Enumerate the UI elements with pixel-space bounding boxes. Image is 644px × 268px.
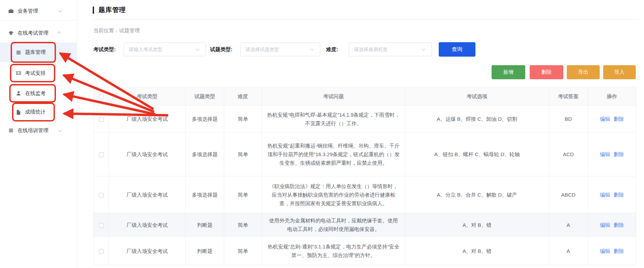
select-all-checkbox[interactable] [99, 94, 104, 99]
list-icon [8, 128, 14, 133]
delete-link[interactable]: 删除 [614, 222, 624, 228]
sidebar-item-online-exam-mgmt[interactable]: 在线考试管理 [0, 25, 77, 40]
row-checkbox[interactable] [99, 249, 104, 254]
cell-options: A、对 B、错 [405, 213, 549, 237]
cell-question: 热机安规“电焊和气焊-基本规定”14.1.9条规定，下雨雪时，不宜露天进行（）工… [262, 106, 405, 132]
cell-answer: BD [549, 106, 588, 132]
col-exam-type: 考试类型 [109, 87, 186, 106]
graduation-cap-icon [8, 30, 14, 36]
filter-label-difficulty: 难度: [326, 42, 338, 57]
filter-label-exam-type: 考试类型: [93, 42, 116, 57]
sidebar-item-label: 在线监考 [25, 90, 46, 97]
edit-link[interactable]: 编辑 [600, 192, 610, 198]
cell-difficulty: 简单 [224, 213, 262, 237]
page-title: 题库管理 [99, 5, 126, 14]
document-icon [16, 109, 21, 115]
page-title-block: 题库管理 [93, 5, 126, 14]
table-row: 厂级入场安全考试 多项选择题 简单 热机安规“起重和搬运-钢丝绳、纤维绳、吊钩、… [94, 132, 636, 176]
cell-options: A、运煤 B、焊接 C、卸油 D、切割 [405, 106, 549, 132]
export-button[interactable]: 导出 [567, 65, 600, 79]
sidebar-item-score-stats[interactable]: 成绩统计 [0, 103, 77, 121]
breadcrumb: 当前位置：试题管理 [93, 27, 140, 34]
table-row: 厂级入场安全考试 多项选择题 简单 《职业病防治法》规定：用人单位在发生（）等情… [94, 176, 636, 213]
cell-exam-type: 厂级入场安全考试 [109, 176, 186, 213]
list-icon [16, 50, 21, 55]
row-checkbox[interactable] [99, 223, 104, 228]
row-checkbox[interactable] [99, 152, 104, 157]
question-type-select[interactable] [240, 43, 320, 56]
filter-label-question-type: 试题类型: [210, 42, 232, 57]
delete-link[interactable]: 删除 [614, 151, 624, 157]
briefcase-icon [8, 8, 14, 14]
cell-question: 《职业病防治法》规定：用人单位在发生（）等情形时，应当对从事接触职业病危害的作业… [262, 176, 405, 213]
col-answer: 考试答案 [549, 87, 588, 106]
col-difficulty: 难度 [224, 87, 262, 106]
delete-link[interactable]: 删除 [614, 192, 624, 198]
table-header-row: 考试类型 试题类型 难度 考试问题 考试选项 考试答案 操作 [94, 87, 636, 106]
cell-question-type: 多项选择题 [186, 132, 224, 176]
edit-link[interactable]: 编辑 [600, 116, 610, 122]
delete-link[interactable]: 删除 [614, 248, 624, 254]
cell-question-type: 多项选择题 [186, 176, 224, 213]
cell-answer: A [549, 213, 588, 237]
chevron-down-icon [58, 9, 62, 12]
col-question-type: 试题类型 [186, 87, 224, 106]
query-button[interactable]: 查询 [439, 42, 475, 57]
cell-question: 热机安规“起重和搬运-钢丝绳、纤维绳、吊钩、滑车、千斤顶和手拉葫芦的使用”16.… [262, 132, 405, 176]
sidebar-divider [0, 20, 77, 21]
cell-difficulty: 简单 [224, 237, 262, 265]
cell-exam-type: 厂级入场安全考试 [109, 237, 186, 265]
table-row: 厂级入场安全考试 多项选择题 简单 热机安规“电焊和气焊-基本规定”14.1.9… [94, 106, 636, 132]
id-card-icon [16, 70, 21, 76]
cell-answer: ACD [549, 132, 588, 176]
sidebar-item-label: 在线培训管理 [18, 127, 48, 134]
col-actions: 操作 [588, 87, 636, 106]
col-options: 考试选项 [405, 87, 549, 106]
difficulty-select[interactable] [349, 43, 432, 56]
sidebar-item-label: 题库管理 [25, 49, 46, 56]
user-icon [16, 91, 21, 96]
select-all-cell [94, 87, 109, 106]
col-question: 考试问题 [262, 87, 405, 106]
add-button[interactable]: 新增 [492, 65, 525, 79]
cell-difficulty: 简单 [224, 176, 262, 213]
row-checkbox[interactable] [99, 193, 104, 198]
cell-exam-type: 厂级入场安全考试 [109, 106, 186, 132]
sidebar: 业务管理 在线考试管理 题库管理 考试安排 在线监考 成绩统计 [0, 0, 77, 268]
sidebar-item-business-mgmt[interactable]: 业务管理 [0, 3, 77, 19]
edit-link[interactable]: 编辑 [600, 248, 610, 254]
edit-link[interactable]: 编辑 [600, 222, 610, 228]
cell-question: 热机安规“总则-通则”3.1.1条规定，电力生产必须坚持“安全第一、预防为主、综… [262, 237, 405, 265]
sidebar-item-label: 在线考试管理 [18, 30, 48, 36]
title-divider [93, 19, 639, 20]
question-table: 考试类型 试题类型 难度 考试问题 考试选项 考试答案 操作 厂级入场安全考试 … [93, 87, 636, 265]
import-button[interactable]: 导入 [603, 65, 636, 79]
delete-button[interactable]: 删除 [530, 65, 563, 79]
cell-options: A、链扣 B、螺杆 C、蜗母轮 D、轮轴 [405, 132, 549, 176]
cell-exam-type: 厂级入场安全考试 [109, 213, 186, 237]
chevron-down-icon [58, 128, 62, 132]
chevron-up-icon [57, 32, 61, 35]
delete-link[interactable]: 删除 [614, 116, 624, 122]
cell-question-type: 判断题 [186, 213, 224, 237]
sidebar-item-label: 成绩统计 [25, 109, 46, 115]
table-row: 厂级入场安全考试 判断题 简单 使用外壳为金属材料的电动工具时，应戴绝缘手套。使… [94, 213, 636, 237]
cell-answer: A [549, 237, 588, 265]
sidebar-item-exam-schedule[interactable]: 考试安排 [0, 65, 77, 82]
sidebar-item-online-proctor[interactable]: 在线监考 [0, 85, 77, 102]
row-checkbox[interactable] [99, 117, 104, 122]
sidebar-item-question-bank[interactable]: 题库管理 [0, 43, 77, 62]
sidebar-item-label: 考试安排 [25, 70, 46, 77]
edit-link[interactable]: 编辑 [600, 151, 610, 157]
cell-difficulty: 简单 [224, 132, 262, 176]
cell-options: A、对 B、错 [405, 237, 549, 265]
cell-question-type: 多项选择题 [186, 106, 224, 132]
sidebar-item-label: 业务管理 [18, 8, 38, 14]
cell-question-type: 判断题 [186, 237, 224, 265]
cell-options: A、分立 B、合并 C、解散 D、破产 [405, 176, 549, 213]
exam-type-select[interactable] [124, 43, 206, 56]
sidebar-item-online-training-mgmt[interactable]: 在线培训管理 [0, 123, 77, 138]
cell-question: 使用外壳为金属材料的电动工具时，应戴绝缘手套。使用电动工具时，必须同时使用漏电保… [262, 213, 405, 237]
table-row: 厂级入场安全考试 判断题 简单 热机安规“总则-通则”3.1.1条规定，电力生产… [94, 237, 636, 265]
title-accent-bar [93, 7, 94, 14]
